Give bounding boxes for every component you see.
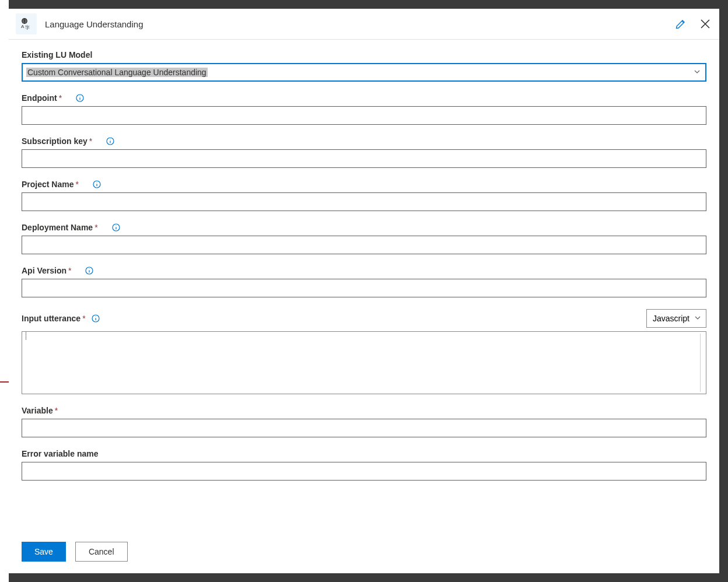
field-existing-lu-model: Existing LU Model Custom Conversational … [22, 50, 706, 82]
info-icon[interactable] [85, 267, 93, 275]
info-icon[interactable] [76, 94, 84, 102]
field-variable: Variable * [22, 406, 706, 437]
deployment-name-input[interactable] [22, 236, 706, 254]
subscription-key-input[interactable] [22, 149, 706, 168]
svg-text:A: A [21, 24, 24, 29]
panel-header: A 字 Language Understanding [9, 9, 719, 40]
cancel-button[interactable]: Cancel [75, 542, 128, 562]
input-utterance-editor[interactable] [22, 331, 706, 394]
close-button[interactable] [698, 17, 712, 31]
required-indicator: * [94, 223, 97, 232]
field-endpoint: Endpoint * [22, 93, 706, 125]
required-indicator: * [59, 93, 62, 103]
label-endpoint: Endpoint [22, 93, 57, 103]
info-icon[interactable] [106, 137, 114, 145]
label-deployment-name: Deployment Name [22, 223, 93, 232]
variable-input[interactable] [22, 419, 706, 437]
required-indicator: * [89, 136, 92, 146]
existing-lu-model-select[interactable]: Custom Conversational Language Understan… [22, 63, 706, 82]
field-input-utterance: Input utterance * Javascript [22, 309, 706, 394]
label-variable: Variable [22, 406, 53, 415]
language-understanding-icon: A 字 [16, 13, 37, 34]
label-subscription-key: Subscription key [22, 136, 88, 146]
api-version-input[interactable] [22, 279, 706, 297]
chevron-down-icon [694, 314, 701, 323]
label-existing-lu-model: Existing LU Model [22, 50, 92, 59]
info-icon[interactable] [112, 223, 120, 232]
field-project-name: Project Name * [22, 180, 706, 211]
panel-body: Existing LU Model Custom Conversational … [9, 40, 719, 534]
panel-footer: Save Cancel [9, 534, 719, 573]
label-api-version: Api Version [22, 266, 66, 275]
info-icon[interactable] [93, 180, 101, 188]
existing-lu-model-value: Custom Conversational Language Understan… [26, 68, 208, 77]
field-subscription-key: Subscription key * [22, 136, 706, 168]
edit-button[interactable] [674, 17, 688, 31]
language-understanding-panel: A 字 Language Understanding Existing LU M… [9, 9, 719, 573]
endpoint-input[interactable] [22, 106, 706, 125]
panel-title: Language Understanding [45, 19, 674, 29]
background-page-sliver [0, 0, 9, 582]
required-indicator: * [68, 266, 71, 275]
field-error-variable: Error variable name [22, 449, 706, 481]
field-deployment-name: Deployment Name * [22, 223, 706, 254]
language-mode-value: Javascript [653, 314, 690, 323]
label-input-utterance: Input utterance [22, 314, 80, 323]
required-indicator: * [82, 314, 85, 323]
info-icon[interactable] [92, 314, 100, 322]
language-mode-select[interactable]: Javascript [646, 309, 706, 328]
label-error-variable: Error variable name [22, 449, 99, 458]
project-name-input[interactable] [22, 192, 706, 211]
field-api-version: Api Version * [22, 266, 706, 297]
save-button[interactable]: Save [22, 542, 66, 562]
required-indicator: * [55, 406, 58, 415]
error-variable-input[interactable] [22, 462, 706, 481]
header-actions [674, 17, 712, 31]
label-project-name: Project Name [22, 180, 74, 189]
required-indicator: * [75, 180, 78, 189]
pencil-icon [675, 18, 687, 30]
close-icon [699, 18, 711, 30]
svg-text:字: 字 [25, 25, 30, 30]
background-red-line [0, 381, 9, 383]
